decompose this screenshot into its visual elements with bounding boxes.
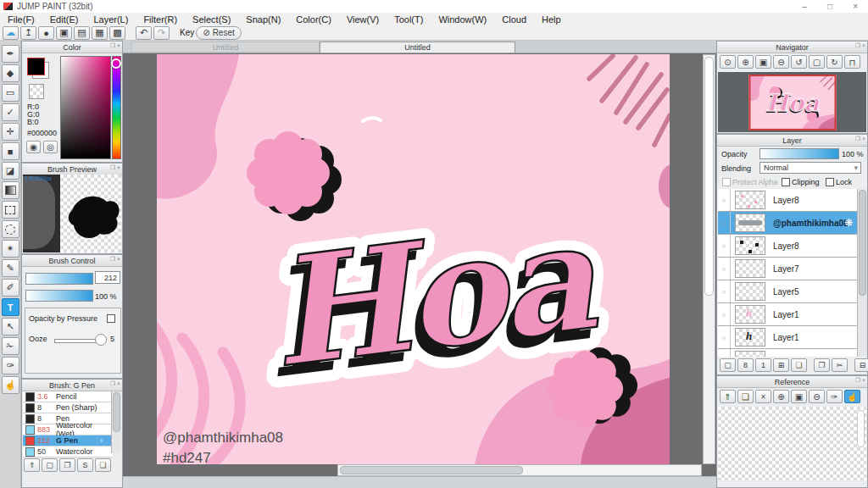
close-icon[interactable]: ×: [117, 380, 120, 387]
hue-marker[interactable]: [111, 58, 121, 69]
bucket-tool[interactable]: ◪: [2, 162, 19, 180]
navigator-thumbnail[interactable]: Hoa Hoa: [748, 75, 837, 130]
layer-folder-icon[interactable]: ❏: [791, 358, 807, 372]
layer-row[interactable]: ○Layer5: [718, 280, 857, 303]
layer-visibility-toggle[interactable]: ○: [718, 326, 731, 348]
menu-color[interactable]: Color(C): [288, 14, 339, 25]
menu-view[interactable]: View(V): [339, 14, 387, 25]
publish-icon[interactable]: ↥: [20, 26, 36, 40]
eraser-tool[interactable]: ◆: [2, 64, 19, 82]
delete-layer-icon[interactable]: ⊟: [854, 358, 868, 372]
vertical-scroll-thumb[interactable]: [704, 57, 714, 296]
hue-bar[interactable]: [112, 56, 121, 159]
add-layer-menu-icon[interactable]: ⊞: [773, 358, 789, 372]
rotate-left-icon[interactable]: ↺: [791, 55, 807, 69]
zoom-out-icon[interactable]: ⊖: [773, 55, 789, 69]
color-palette-icon[interactable]: ◎: [43, 141, 58, 153]
text-tool[interactable]: T: [2, 298, 19, 316]
menu-tool[interactable]: Tool(T): [387, 14, 431, 25]
ooze-slider-thumb[interactable]: [95, 334, 107, 346]
palette-grid-icon[interactable]: ▩: [109, 26, 125, 40]
open-folder-icon[interactable]: ❏: [737, 390, 754, 403]
cloud-brush-icon[interactable]: ⇑: [24, 458, 40, 472]
close-icon[interactable]: ×: [117, 256, 120, 263]
marquee-select-tool[interactable]: [2, 201, 19, 219]
unlock-icon[interactable]: ⊓: [844, 55, 860, 69]
layer-settings-gear-icon[interactable]: ❋: [844, 217, 853, 229]
layer-visibility-toggle[interactable]: ○: [718, 303, 731, 325]
brush-size-slider[interactable]: [25, 273, 93, 285]
zoom-actual-icon[interactable]: ⊙: [720, 55, 736, 69]
magic-wand-tool[interactable]: ✴: [2, 240, 19, 258]
popout-icon[interactable]: ❐: [855, 136, 860, 142]
popout-icon[interactable]: ❐: [110, 256, 115, 263]
redo-icon[interactable]: ↷: [153, 26, 170, 40]
close-button[interactable]: ×: [853, 2, 858, 11]
import-reference-icon[interactable]: ⇑: [720, 390, 736, 403]
layer-row[interactable]: ○Layer1: [718, 303, 857, 326]
zoom-in-icon[interactable]: ⊕: [737, 55, 754, 69]
maximize-button[interactable]: □: [827, 2, 832, 11]
popout-icon[interactable]: ❐: [855, 42, 860, 49]
brush-row[interactable]: 8Pen (Sharp): [23, 402, 113, 413]
layer-visibility-toggle[interactable]: ○: [718, 280, 731, 302]
layer-row[interactable]: ○Layer8: [718, 189, 857, 212]
document-tab-active[interactable]: Untitled: [320, 42, 515, 53]
comment-icon[interactable]: ▣: [56, 26, 72, 40]
layer-opacity-slider[interactable]: [760, 148, 839, 159]
menu-edit[interactable]: Edit(E): [42, 14, 86, 25]
menu-window[interactable]: Window(W): [431, 14, 494, 25]
merge-layer-icon[interactable]: ✂: [832, 358, 848, 372]
brush-row-selected[interactable]: 212G Pen›: [23, 435, 113, 446]
new-brush-icon[interactable]: ▢: [42, 458, 58, 472]
fit-screen-icon[interactable]: ▣: [755, 55, 771, 69]
close-icon[interactable]: ×: [117, 164, 120, 171]
layer-visibility-toggle[interactable]: ○: [718, 212, 731, 234]
menu-file[interactable]: File(F): [0, 14, 42, 25]
protect-alpha-checkbox[interactable]: [722, 178, 731, 186]
undo-icon[interactable]: ↶: [136, 26, 152, 40]
snap-tool[interactable]: ✓: [2, 103, 19, 121]
brush-edit-arrow-icon[interactable]: ›: [100, 436, 103, 445]
lock-checkbox[interactable]: [826, 178, 834, 186]
reference-scrollbar[interactable]: [857, 410, 865, 447]
fit-icon[interactable]: ▣: [791, 390, 807, 403]
pressure-checkbox[interactable]: [107, 314, 115, 323]
layer-visibility-toggle[interactable]: ○: [718, 349, 731, 357]
select-eraser-tool[interactable]: ✐: [2, 279, 19, 297]
saturation-value-box[interactable]: [60, 56, 111, 159]
brush-size-value[interactable]: 212: [95, 271, 120, 284]
horizontal-scroll-thumb[interactable]: [340, 466, 523, 474]
duplicate-brush-icon[interactable]: ❐: [59, 458, 75, 472]
layer-visibility-toggle[interactable]: ○: [718, 258, 731, 280]
popout-icon[interactable]: ❐: [855, 377, 860, 384]
hand-tool[interactable]: ☝: [2, 376, 19, 394]
new-layer-icon[interactable]: ▢: [720, 358, 736, 372]
brush-tool[interactable]: ✒: [2, 45, 19, 63]
popout-icon[interactable]: ❐: [110, 164, 115, 171]
foreground-color-swatch[interactable]: [27, 58, 45, 75]
menu-layer[interactable]: Layer(L): [86, 14, 136, 25]
document-tab[interactable]: Untitled: [131, 42, 320, 53]
operation-tool[interactable]: ↖: [2, 318, 19, 336]
layer-visibility-toggle[interactable]: ○: [718, 189, 731, 211]
zoom-out-icon[interactable]: ⊖: [809, 390, 825, 403]
layer-row[interactable]: ○Layer8: [718, 235, 857, 258]
canvas-horizontal-scrollbar[interactable]: [337, 464, 702, 476]
minimize-button[interactable]: –: [803, 2, 808, 11]
new-8bit-layer-icon[interactable]: 8: [737, 358, 754, 372]
document-icon[interactable]: ▤: [74, 26, 90, 40]
shape-brush-tool[interactable]: ▭: [2, 84, 19, 102]
close-icon[interactable]: ×: [117, 42, 120, 49]
brush-folder-icon[interactable]: ❏: [95, 458, 111, 472]
close-icon[interactable]: ×: [862, 136, 865, 142]
menu-snap[interactable]: Snap(N): [238, 14, 288, 25]
close-icon[interactable]: ×: [862, 42, 865, 49]
menu-select[interactable]: Select(S): [185, 14, 238, 25]
canvas-vertical-scrollbar[interactable]: [703, 54, 715, 464]
brush-row[interactable]: 50Watercolor: [23, 446, 113, 458]
fill-rect-tool[interactable]: ■: [2, 142, 19, 160]
brush-opacity-slider[interactable]: [25, 290, 93, 302]
hand-pan-icon[interactable]: ☝: [844, 390, 860, 403]
layer-list-scrollbar[interactable]: [857, 189, 867, 357]
